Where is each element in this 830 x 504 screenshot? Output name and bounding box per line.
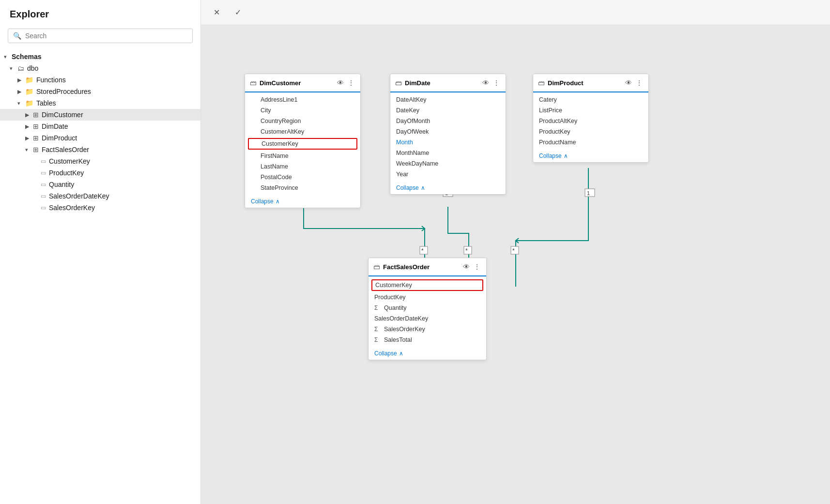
dimproduct-actions: 👁 ⋮ xyxy=(624,78,644,88)
sidebar-item-dimdate[interactable]: ▶ ⊞ DimDate xyxy=(0,121,200,132)
sidebar-title: Explorer xyxy=(0,0,200,25)
svg-rect-10 xyxy=(511,246,519,254)
sidebar-item-schemas[interactable]: ▾ Schemas xyxy=(0,51,200,62)
sidebar-item-dimproduct[interactable]: ▶ ⊞ DimProduct xyxy=(0,132,200,144)
dimcustomer-actions: 👁 ⋮ xyxy=(336,78,355,88)
chevron-functions: ▶ xyxy=(17,77,25,83)
folder-icon-tables: 📁 xyxy=(25,99,33,107)
field-productkey: ProductKey xyxy=(533,126,648,137)
dimdate-eye-btn[interactable]: 👁 xyxy=(481,78,490,88)
field-productname: ProductName xyxy=(533,137,648,148)
svg-marker-13 xyxy=(516,238,519,243)
confirm-button[interactable]: ✓ xyxy=(230,5,246,20)
sidebar-item-tables[interactable]: ▾ 📁 Tables xyxy=(0,97,200,109)
dimcustomer-title: DimCustomer xyxy=(260,79,333,87)
fso-header: 🗃 FactSalesOrder 👁 ⋮ xyxy=(369,258,486,276)
chevron-schemas: ▾ xyxy=(4,54,12,60)
canvas[interactable]: 1 * 1 * 1 * 🗃 DimCustome xyxy=(201,25,830,504)
folder-icon: 📁 xyxy=(25,76,33,84)
dimproduct-collapse[interactable]: Collapse ∧ xyxy=(533,150,648,162)
fso-more-btn[interactable]: ⋮ xyxy=(473,262,481,272)
fso-eye-btn[interactable]: 👁 xyxy=(462,262,471,272)
toolbar: ✕ ✓ xyxy=(201,0,830,25)
fso-actions: 👁 ⋮ xyxy=(462,262,481,272)
schema-icon: 🗂 xyxy=(17,64,24,72)
fso-field-salesorderkey: ΣSalesOrderKey xyxy=(369,324,486,335)
svg-marker-12 xyxy=(422,226,425,231)
dimcustomer-card[interactable]: 🗃 DimCustomer 👁 ⋮ AddressLine1 City Coun… xyxy=(245,74,361,208)
dimdate-card[interactable]: 🗃 DimDate 👁 ⋮ DateAltKey DateKey DayOfMo… xyxy=(390,74,506,195)
svg-text:*: * xyxy=(512,247,515,254)
field-weekdayname: WeekDayName xyxy=(390,158,506,169)
field-dayofmonth: DayOfMonth xyxy=(390,116,506,126)
dimproduct-eye-btn[interactable]: 👁 xyxy=(624,78,633,88)
field-icon-productkey: ▭ xyxy=(41,169,46,176)
field-icon-sokey: ▭ xyxy=(41,204,46,211)
fso-field-salestotal: ΣSalesTotal xyxy=(369,335,486,345)
sidebar-item-fso-quantity[interactable]: ▭ Quantity xyxy=(0,179,200,190)
chevron-dbo: ▾ xyxy=(10,65,17,72)
dimproduct-body: Catery ListPrice ProductAltKey ProductKe… xyxy=(533,92,648,150)
dimcustomer-collapse[interactable]: Collapse ∧ xyxy=(245,195,360,208)
dimcustomer-eye-btn[interactable]: 👁 xyxy=(336,78,345,88)
field-icon-sodatekey: ▭ xyxy=(41,193,46,199)
chevron-factsalesorder: ▾ xyxy=(25,147,33,153)
field-dayofweek: DayOfWeek xyxy=(390,126,506,137)
field-datekey: DateKey xyxy=(390,105,506,116)
fso-field-customerkey: CustomerKey xyxy=(371,279,483,291)
cancel-button[interactable]: ✕ xyxy=(209,5,224,20)
table-icon-dp: 🗃 xyxy=(538,79,545,87)
dimdate-body: DateAltKey DateKey DayOfMonth DayOfWeek … xyxy=(390,92,506,182)
field-monthname: MonthName xyxy=(390,148,506,158)
dimcustomer-body: AddressLine1 City CountryRegion Customer… xyxy=(245,92,360,195)
dimdate-title: DimDate xyxy=(405,79,478,87)
field-addressline1: AddressLine1 xyxy=(245,94,360,105)
sidebar-item-fso-salesorderkey[interactable]: ▭ SalesOrderKey xyxy=(0,202,200,214)
field-countryregion: CountryRegion xyxy=(245,116,360,126)
dimproduct-card[interactable]: 🗃 DimProduct 👁 ⋮ Catery ListPrice Produc… xyxy=(533,74,649,163)
sidebar-item-factsalesorder[interactable]: ▾ ⊞ FactSalesOrder xyxy=(0,144,200,155)
fso-field-quantity: ΣQuantity xyxy=(369,303,486,313)
search-input[interactable] xyxy=(25,32,187,40)
search-icon: 🔍 xyxy=(13,32,21,40)
table-icon: 🗃 xyxy=(250,79,257,87)
svg-rect-2 xyxy=(420,246,428,254)
field-datealtkey: DateAltKey xyxy=(390,94,506,105)
dimproduct-header: 🗃 DimProduct 👁 ⋮ xyxy=(533,74,648,92)
field-year: Year xyxy=(390,169,506,180)
sidebar-tree: ▾ Schemas ▾ 🗂 dbo ▶ 📁 Functions ▶ 📁 Stor… xyxy=(0,49,200,504)
chevron-dimcustomer: ▶ xyxy=(25,112,33,118)
field-firstname: FirstName xyxy=(245,151,360,161)
main-area: ✕ ✓ 1 * 1 * 1 xyxy=(201,0,830,504)
sidebar-item-dbo[interactable]: ▾ 🗂 dbo xyxy=(0,62,200,74)
svg-text:*: * xyxy=(465,247,468,254)
dimcustomer-more-btn[interactable]: ⋮ xyxy=(347,78,355,88)
sidebar-item-functions[interactable]: ▶ 📁 Functions xyxy=(0,74,200,86)
field-customeraltkey: CustomerAltKey xyxy=(245,126,360,137)
dimdate-more-btn[interactable]: ⋮ xyxy=(492,78,501,88)
fso-title: FactSalesOrder xyxy=(383,263,459,271)
sidebar-item-fso-salesorderdatekey[interactable]: ▭ SalesOrderDateKey xyxy=(0,190,200,202)
table-icon-fso: 🗃 xyxy=(373,263,380,271)
chevron-tables: ▾ xyxy=(17,100,25,107)
fso-collapse[interactable]: Collapse ∧ xyxy=(369,347,486,360)
table-icon-dimproduct: ⊞ xyxy=(33,134,39,142)
svg-rect-6 xyxy=(464,246,472,254)
field-stateprovince: StateProvince xyxy=(245,183,360,193)
dimdate-actions: 👁 ⋮ xyxy=(481,78,501,88)
field-icon-customerkey: ▭ xyxy=(41,158,46,165)
sidebar-item-fso-productkey[interactable]: ▭ ProductKey xyxy=(0,167,200,179)
factsalesorder-card[interactable]: 🗃 FactSalesOrder 👁 ⋮ CustomerKey Product… xyxy=(368,258,487,360)
dimproduct-title: DimProduct xyxy=(548,79,621,87)
search-box[interactable]: 🔍 xyxy=(8,29,193,43)
field-catery: Catery xyxy=(533,94,648,105)
sidebar-item-storedprocs[interactable]: ▶ 📁 StoredProcedures xyxy=(0,86,200,97)
dimproduct-more-btn[interactable]: ⋮ xyxy=(635,78,644,88)
sidebar-item-fso-customerkey[interactable]: ▭ CustomerKey xyxy=(0,155,200,167)
field-listprice: ListPrice xyxy=(533,105,648,116)
fso-field-salesorderdatekey: SalesOrderDateKey xyxy=(369,313,486,324)
sidebar-item-dimcustomer[interactable]: ▶ ⊞ DimCustomer xyxy=(0,109,200,121)
field-city: City xyxy=(245,105,360,116)
dimdate-collapse[interactable]: Collapse ∧ xyxy=(390,182,506,194)
field-lastname: LastName xyxy=(245,161,360,172)
